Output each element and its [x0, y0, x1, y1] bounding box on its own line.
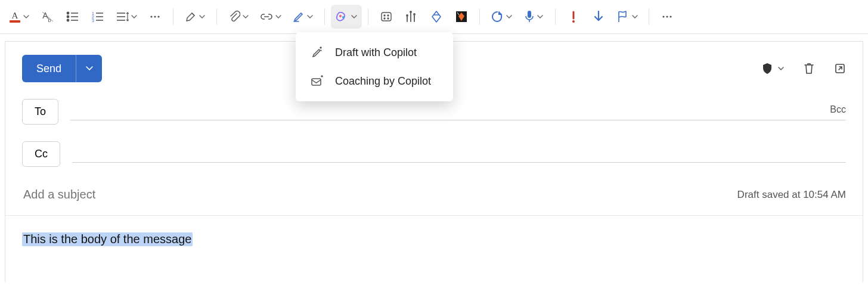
dictate-button[interactable]: [518, 5, 549, 29]
copilot-menu: Draft with Copilot Coaching by Copilot: [296, 32, 453, 101]
bullets-button[interactable]: [61, 5, 85, 29]
compose-header-actions: [761, 62, 846, 75]
copilot-coaching-item[interactable]: Coaching by Copilot: [296, 67, 453, 95]
chevron-down-icon: [131, 14, 137, 20]
toolbar-overflow-button[interactable]: [655, 5, 679, 29]
flag-button[interactable]: [612, 5, 643, 29]
subject-input[interactable]: [22, 187, 723, 202]
highlight-button[interactable]: [179, 5, 210, 29]
svg-point-4: [67, 12, 69, 14]
to-row: To Bcc: [5, 99, 863, 125]
formatting-toolbar: A A b 1 2 3: [0, 0, 868, 34]
chevron-down-icon: [778, 66, 784, 72]
svg-point-39: [572, 20, 575, 23]
more-icon: [149, 11, 161, 23]
separator: [479, 8, 480, 25]
addin-button[interactable]: [450, 5, 473, 29]
download-arrow-icon: [593, 10, 604, 23]
signature-button[interactable]: [287, 5, 318, 29]
separator: [368, 8, 368, 25]
svg-point-27: [384, 18, 385, 19]
svg-text:3: 3: [92, 18, 94, 23]
body-text-selected: This is the body of the message: [22, 232, 193, 246]
svg-point-34: [414, 14, 415, 15]
numbering-icon: 1 2 3: [91, 11, 104, 23]
cc-row: Cc: [5, 141, 863, 167]
separator: [555, 8, 556, 25]
importance-button[interactable]: [562, 5, 585, 29]
download-button[interactable]: [587, 5, 610, 29]
chevron-down-icon: [307, 14, 313, 20]
svg-point-19: [150, 15, 152, 17]
line-spacing-icon: [116, 11, 129, 23]
copilot-draft-item[interactable]: Draft with Copilot: [296, 38, 453, 67]
link-icon: [260, 12, 273, 21]
shield-icon: [761, 62, 773, 75]
chevron-down-icon: [632, 14, 638, 20]
to-input[interactable]: Bcc: [70, 103, 846, 120]
cc-input[interactable]: [72, 145, 846, 163]
popout-icon: [834, 63, 846, 74]
message-body[interactable]: This is the body of the message: [5, 216, 863, 282]
separator: [173, 8, 173, 25]
svg-point-22: [339, 15, 342, 17]
svg-rect-24: [382, 13, 391, 21]
svg-point-25: [384, 15, 385, 16]
line-spacing-button[interactable]: [111, 5, 142, 29]
separator: [649, 8, 649, 25]
numbering-button[interactable]: 1 2 3: [86, 5, 110, 29]
signature-icon: [293, 11, 305, 23]
coaching-envelope-sparkle-icon: [310, 74, 324, 88]
svg-point-21: [157, 15, 159, 17]
copilot-button[interactable]: [331, 5, 362, 29]
poll-bar-icon: [405, 11, 418, 23]
svg-point-28: [388, 18, 389, 19]
more-formatting-button[interactable]: [143, 5, 167, 29]
protection-button[interactable]: [761, 62, 784, 75]
poll-button[interactable]: [399, 5, 423, 29]
chevron-down-icon: [85, 64, 94, 73]
bcc-link[interactable]: Bcc: [830, 104, 846, 115]
svg-point-26: [388, 15, 389, 16]
discard-button[interactable]: [803, 62, 815, 75]
popout-button[interactable]: [834, 63, 846, 74]
to-button[interactable]: To: [22, 99, 58, 125]
svg-text:A: A: [12, 11, 18, 20]
more-icon: [661, 11, 673, 23]
apps-button[interactable]: [374, 5, 398, 29]
font-color-button[interactable]: A: [4, 5, 35, 29]
svg-point-41: [662, 15, 664, 17]
svg-point-32: [407, 15, 408, 16]
insert-link-button[interactable]: [255, 5, 286, 29]
highlight-pen-icon: [185, 11, 197, 23]
loop-icon: [491, 10, 504, 23]
viva-button[interactable]: [424, 5, 448, 29]
svg-rect-44: [312, 79, 321, 85]
separator: [324, 8, 325, 25]
viva-diamond-icon: [430, 10, 443, 23]
svg-point-6: [67, 15, 69, 17]
clear-formatting-button[interactable]: A b: [36, 5, 60, 29]
send-button[interactable]: Send: [22, 55, 76, 82]
send-options-button[interactable]: [76, 55, 102, 82]
apps-grid-icon: [380, 11, 392, 23]
copilot-icon: [336, 10, 349, 23]
importance-icon: [568, 10, 579, 23]
chevron-down-icon: [23, 14, 29, 20]
microphone-icon: [524, 10, 535, 23]
attach-button[interactable]: [223, 5, 254, 29]
trash-icon: [803, 62, 815, 75]
svg-point-8: [67, 19, 69, 21]
chevron-down-icon: [506, 14, 512, 20]
addin-square-icon: [455, 10, 468, 23]
chevron-down-icon: [199, 14, 205, 20]
cc-button[interactable]: Cc: [22, 141, 60, 167]
svg-point-23: [342, 16, 345, 18]
paperclip-icon: [228, 10, 240, 23]
svg-rect-1: [10, 20, 20, 23]
flag-outline-icon: [616, 10, 630, 23]
chevron-down-icon: [351, 14, 357, 20]
loop-button[interactable]: [486, 5, 517, 29]
copilot-coaching-label: Coaching by Copilot: [335, 75, 431, 88]
separator: [216, 8, 217, 25]
